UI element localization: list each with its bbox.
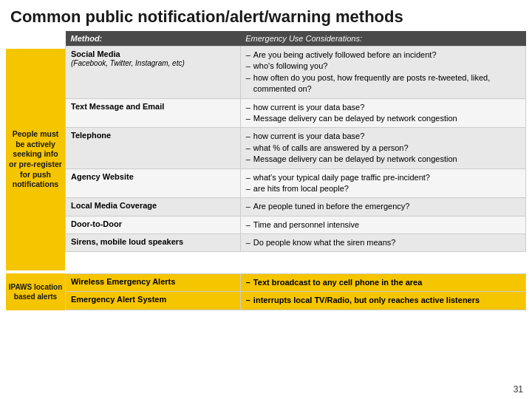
considerations-cell: –Are you being actively followed before …: [240, 47, 525, 99]
bottom-section: IPAWS location based alerts Wireless Eme…: [0, 273, 532, 310]
considerations-cell: –Time and personnel intensive: [240, 216, 525, 233]
method-cell: Sirens, mobile loud speakers: [66, 234, 241, 252]
table-row: Sirens, mobile loud speakers–Do people k…: [66, 234, 526, 252]
method-header: Method:: [66, 31, 241, 47]
bottom-method-cell: Wireless Emergency Alerts: [66, 274, 241, 292]
page-title: Common public notification/alert/warning…: [0, 0, 532, 31]
considerations-header: Emergency Use Considerations:: [240, 31, 525, 47]
method-cell: Agency Website: [66, 168, 241, 198]
ipaws-label: IPAWS location based alerts: [6, 273, 65, 310]
considerations-cell: –what's your typical daily page traffic …: [240, 168, 525, 198]
considerations-cell: –how current is your data base?–Message …: [240, 98, 525, 128]
page-number: 31: [514, 384, 523, 395]
method-cell: Social Media(Facebook, Twitter, Instagra…: [66, 47, 241, 99]
table-row: Local Media Coverage–Are people tuned in…: [66, 198, 526, 216]
table-row: Door-to-Door–Time and personnel intensiv…: [66, 216, 526, 233]
table-row: Text Message and Email–how current is yo…: [66, 98, 526, 128]
table-row: Agency Website–what's your typical daily…: [66, 168, 526, 198]
method-cell: Text Message and Email: [66, 98, 241, 128]
bottom-table-row: Emergency Alert System–interrupts local …: [66, 292, 526, 310]
bottom-considerations-cell: –Text broadcast to any cell phone in the…: [240, 274, 525, 292]
bottom-method-cell: Emergency Alert System: [66, 292, 241, 310]
table-row: Social Media(Facebook, Twitter, Instagra…: [66, 47, 526, 99]
bottom-considerations-cell: –interrupts local TV/Radio, but only rea…: [240, 292, 525, 310]
considerations-cell: –Do people know what the siren means?: [240, 234, 525, 252]
method-cell: Local Media Coverage: [66, 198, 241, 216]
main-table-area: Method: Emergency Use Considerations: So…: [65, 31, 526, 270]
push-notifications-label: People must be actively seeking info or …: [6, 49, 65, 270]
bottom-table-row: Wireless Emergency Alerts–Text broadcast…: [66, 274, 526, 292]
bottom-table-area: Wireless Emergency Alerts–Text broadcast…: [65, 273, 526, 310]
considerations-cell: –Are people tuned in before the emergenc…: [240, 198, 525, 216]
considerations-cell: –how current is your data base?–what % o…: [240, 128, 525, 168]
method-cell: Door-to-Door: [66, 216, 241, 233]
table-row: Telephone–how current is your data base?…: [66, 128, 526, 168]
method-cell: Telephone: [66, 128, 241, 168]
